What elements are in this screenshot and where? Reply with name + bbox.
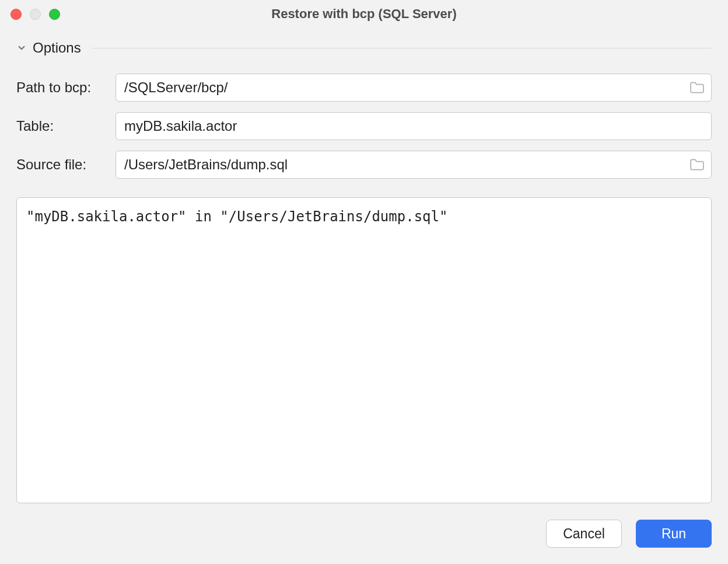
path-to-bcp-row: Path to bcp: xyxy=(16,74,712,102)
dialog-content: Options Path to bcp: Table: Source file: xyxy=(0,28,728,564)
folder-icon[interactable] xyxy=(690,158,705,172)
window-title: Restore with bcp (SQL Server) xyxy=(0,6,728,22)
source-file-row: Source file: xyxy=(16,151,712,179)
folder-icon[interactable] xyxy=(690,81,705,95)
traffic-lights xyxy=(10,9,60,20)
table-input[interactable] xyxy=(116,112,712,140)
run-button[interactable]: Run xyxy=(636,520,712,548)
chevron-down-icon xyxy=(16,43,27,53)
cancel-button[interactable]: Cancel xyxy=(546,520,622,548)
command-preview[interactable]: "myDB.sakila.actor" in "/Users/JetBrains… xyxy=(16,197,712,503)
path-to-bcp-input-wrap xyxy=(116,74,712,102)
source-file-input-wrap xyxy=(116,151,712,179)
options-section-title: Options xyxy=(33,40,81,56)
maximize-icon[interactable] xyxy=(49,9,60,20)
table-label: Table: xyxy=(16,118,107,134)
source-file-label: Source file: xyxy=(16,156,107,173)
path-to-bcp-input[interactable] xyxy=(116,74,712,102)
options-section-header[interactable]: Options xyxy=(16,35,712,63)
dialog-window: Restore with bcp (SQL Server) Options Pa… xyxy=(0,0,728,564)
dialog-button-row: Cancel Run xyxy=(16,520,712,548)
source-file-input[interactable] xyxy=(116,151,712,179)
close-icon[interactable] xyxy=(10,9,22,20)
path-to-bcp-label: Path to bcp: xyxy=(16,79,107,96)
table-row: Table: xyxy=(16,112,712,140)
titlebar: Restore with bcp (SQL Server) xyxy=(0,0,728,28)
minimize-icon[interactable] xyxy=(30,9,41,20)
